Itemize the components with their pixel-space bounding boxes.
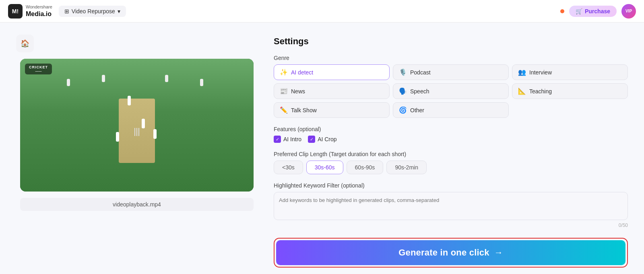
features-section: Features (optional) AI Intro AI Crop xyxy=(274,126,628,143)
genre-section: Genre ✨ AI detect 🎙️ Podcast 👥 Interview… xyxy=(274,55,628,118)
grid-icon: ⊞ xyxy=(64,8,69,14)
generate-button-wrapper: Generate in one click → xyxy=(274,238,628,268)
player-3 xyxy=(116,132,119,142)
genre-grid: ✨ AI detect 🎙️ Podcast 👥 Interview 📰 New… xyxy=(274,64,628,118)
settings-panel: Settings Genre ✨ AI detect 🎙️ Podcast 👥 … xyxy=(274,35,628,268)
home-icon: 🏠 xyxy=(21,39,29,48)
genre-btn-podcast[interactable]: 🎙️ Podcast xyxy=(393,64,509,80)
speech-icon: 🗣️ xyxy=(399,87,407,95)
genre-label-podcast: Podcast xyxy=(410,69,431,76)
cricket-logo: CRICKET —— xyxy=(25,64,52,74)
logo-icon: M! xyxy=(8,4,23,19)
vip-avatar[interactable]: VIP xyxy=(621,4,636,19)
keyword-section: Highlighted Keyword Filter (optional) 0/… xyxy=(274,182,628,228)
cart-icon: 🛒 xyxy=(576,8,582,14)
genre-btn-ai-detect[interactable]: ✨ AI detect xyxy=(274,64,390,80)
genre-btn-speech[interactable]: 🗣️ Speech xyxy=(393,83,509,99)
purchase-button[interactable]: 🛒 Purchase xyxy=(569,6,617,17)
genre-label-news: News xyxy=(291,88,305,95)
genre-label: Genre xyxy=(274,55,628,61)
video-scene: CRICKET —— xyxy=(20,59,254,192)
genre-label-other: Other xyxy=(410,107,424,113)
other-icon: 🌀 xyxy=(399,106,407,114)
player-8 xyxy=(200,79,203,86)
ai-crop-checkbox[interactable]: AI Crop xyxy=(308,136,336,143)
notification-dot xyxy=(560,9,564,13)
clip-btn-lt30[interactable]: <30s xyxy=(274,161,303,174)
talk-show-icon: ✏️ xyxy=(280,106,288,114)
genre-label-ai-detect: AI detect xyxy=(291,69,313,76)
player-5 xyxy=(67,79,70,86)
header: M! Wondershare Media.io ⊞ Video Repurpos… xyxy=(0,0,644,23)
player-6 xyxy=(102,75,105,82)
settings-title: Settings xyxy=(274,36,628,47)
genre-label-teaching: Teaching xyxy=(529,88,552,95)
features-label: Features (optional) xyxy=(274,126,628,132)
header-right: 🛒 Purchase VIP xyxy=(560,4,636,19)
genre-label-speech: Speech xyxy=(410,88,429,95)
video-preview: CRICKET —— xyxy=(20,59,254,192)
video-filename: videoplayback.mp4 xyxy=(20,198,254,211)
cricket-stumps xyxy=(134,128,139,136)
ai-intro-check-icon xyxy=(274,136,281,143)
features-row: AI Intro AI Crop xyxy=(274,136,628,143)
genre-btn-interview[interactable]: 👥 Interview xyxy=(512,64,628,80)
logo-brand: Wondershare xyxy=(26,4,52,10)
podcast-icon: 🎙️ xyxy=(399,68,407,76)
logo-name: Media.io xyxy=(26,10,52,18)
clip-btn-60-90[interactable]: 60s-90s xyxy=(347,161,384,174)
purchase-label: Purchase xyxy=(585,8,610,14)
player-2 xyxy=(142,119,145,128)
clip-length-row: <30s 30s-60s 60s-90s 90s-2min xyxy=(274,161,628,174)
genre-btn-teaching[interactable]: 📐 Teaching xyxy=(512,83,628,99)
video-repurpose-nav[interactable]: ⊞ Video Repurpose ▾ xyxy=(59,6,126,17)
ai-crop-label: AI Crop xyxy=(318,136,336,142)
genre-btn-other[interactable]: 🌀 Other xyxy=(393,102,509,118)
player-1 xyxy=(128,96,131,105)
generate-button[interactable]: Generate in one click → xyxy=(276,240,625,265)
header-left: M! Wondershare Media.io ⊞ Video Repurpos… xyxy=(8,4,126,19)
ai-detect-icon: ✨ xyxy=(280,68,288,76)
genre-btn-talk-show[interactable]: ✏️ Talk Show xyxy=(274,102,390,118)
genre-label-interview: Interview xyxy=(529,69,552,76)
home-button[interactable]: 🏠 xyxy=(16,35,34,52)
logo-text: Wondershare Media.io xyxy=(26,4,52,17)
ai-intro-label: AI Intro xyxy=(283,136,301,142)
genre-btn-news[interactable]: 📰 News xyxy=(274,83,390,99)
clip-length-label: Preferred Clip Length (Target duration f… xyxy=(274,151,628,157)
interview-icon: 👥 xyxy=(518,68,526,76)
player-4 xyxy=(153,129,157,139)
nav-label: Video Repurpose xyxy=(72,8,115,14)
clip-btn-90-2min[interactable]: 90s-2min xyxy=(386,161,427,174)
clip-btn-30-60[interactable]: 30s-60s xyxy=(306,161,343,174)
logo: M! Wondershare Media.io xyxy=(8,4,52,19)
keyword-counter: 0/50 xyxy=(274,222,628,228)
keyword-label: Highlighted Keyword Filter (optional) xyxy=(274,182,628,189)
player-7 xyxy=(165,75,168,82)
news-icon: 📰 xyxy=(280,87,288,95)
arrow-icon: → xyxy=(494,247,503,258)
genre-label-talk-show: Talk Show xyxy=(291,107,317,113)
keyword-input[interactable] xyxy=(274,192,628,220)
ai-intro-checkbox[interactable]: AI Intro xyxy=(274,136,301,143)
left-panel: 🏠 CRICKET —— xyxy=(16,35,258,268)
teaching-icon: 📐 xyxy=(518,87,526,95)
chevron-down-icon: ▾ xyxy=(118,8,120,14)
generate-label: Generate in one click xyxy=(398,247,489,258)
ai-crop-check-icon xyxy=(308,136,315,143)
clip-length-section: Preferred Clip Length (Target duration f… xyxy=(274,151,628,174)
main-content: 🏠 CRICKET —— xyxy=(0,23,644,274)
